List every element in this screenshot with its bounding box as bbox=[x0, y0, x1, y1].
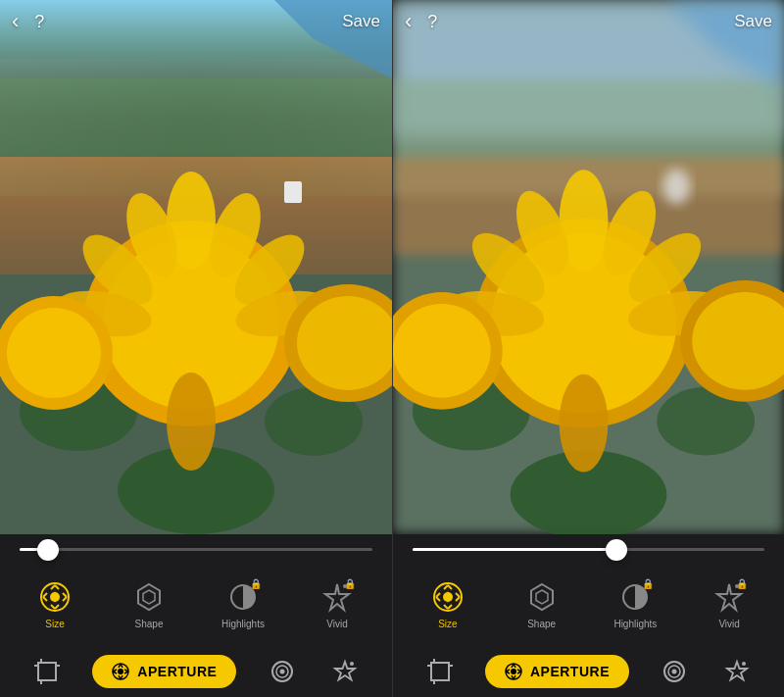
aperture-label-right: APERTURE bbox=[530, 664, 610, 679]
vivid-label-left: Vivid bbox=[326, 619, 348, 629]
back-button-left[interactable]: ‹ bbox=[12, 9, 19, 34]
help-button-left[interactable]: ? bbox=[34, 12, 44, 32]
slider-thumb-left[interactable] bbox=[37, 539, 59, 561]
highlights-lock-left: 🔒 bbox=[250, 578, 262, 590]
svg-line-84 bbox=[448, 585, 452, 589]
svg-rect-23 bbox=[284, 181, 302, 203]
size-icon-left bbox=[36, 578, 74, 616]
svg-marker-34 bbox=[138, 584, 160, 610]
tool-size-right[interactable]: Size bbox=[418, 578, 477, 629]
aperture-button-right[interactable]: APERTURE bbox=[485, 655, 629, 688]
lens-button-right[interactable] bbox=[657, 654, 692, 689]
svg-point-77 bbox=[560, 374, 609, 473]
nav-bar-left: ‹ ? Save bbox=[0, 0, 392, 43]
shape-label-right: Shape bbox=[527, 619, 556, 629]
controls-left: Size Shape 🔒 bbox=[0, 534, 392, 697]
svg-point-91 bbox=[443, 592, 453, 602]
svg-point-79 bbox=[393, 304, 491, 398]
svg-line-32 bbox=[63, 597, 67, 601]
size-label-right: Size bbox=[438, 619, 457, 629]
tool-shape-left[interactable]: Shape bbox=[120, 578, 178, 629]
svg-point-114 bbox=[671, 670, 676, 674]
help-button-right[interactable]: ? bbox=[427, 12, 437, 32]
svg-point-33 bbox=[50, 592, 60, 602]
highlights-label-left: Highlights bbox=[221, 619, 265, 629]
aperture-button-left[interactable]: APERTURE bbox=[92, 655, 236, 688]
vivid-icon-right: 🔒 bbox=[710, 578, 748, 616]
nav-bar-right: ‹ ? Save bbox=[393, 0, 784, 43]
svg-marker-92 bbox=[531, 584, 553, 610]
svg-line-26 bbox=[55, 585, 59, 589]
svg-point-58 bbox=[350, 662, 354, 666]
svg-line-28 bbox=[55, 605, 59, 609]
tool-shape-right[interactable]: Shape bbox=[513, 578, 571, 629]
shape-icon-left bbox=[130, 578, 168, 616]
tool-highlights-right[interactable]: 🔒 Highlights bbox=[606, 578, 664, 629]
svg-point-56 bbox=[279, 670, 284, 674]
svg-point-116 bbox=[742, 662, 746, 666]
highlights-icon-left: 🔒 bbox=[224, 578, 262, 616]
tool-highlights-left[interactable]: 🔒 Highlights bbox=[214, 578, 272, 629]
highlights-lock-right: 🔒 bbox=[642, 578, 654, 590]
size-icon-right bbox=[429, 578, 466, 616]
vivid-lock-left: 🔒 bbox=[344, 578, 356, 590]
svg-point-64 bbox=[662, 169, 690, 204]
tool-size-left[interactable]: Size bbox=[25, 578, 84, 629]
svg-point-111 bbox=[511, 669, 516, 674]
shape-icon-right bbox=[523, 578, 561, 616]
svg-line-83 bbox=[444, 585, 448, 589]
svg-line-85 bbox=[444, 605, 448, 609]
shape-label-left: Shape bbox=[135, 619, 164, 629]
save-button-left[interactable]: Save bbox=[342, 12, 380, 31]
slider-right[interactable] bbox=[393, 542, 784, 557]
crop-button-left[interactable] bbox=[29, 654, 65, 689]
star-button-right[interactable] bbox=[719, 654, 755, 689]
svg-rect-39 bbox=[38, 663, 56, 680]
svg-marker-35 bbox=[143, 590, 155, 604]
lens-button-left[interactable] bbox=[265, 654, 300, 689]
svg-point-19 bbox=[7, 308, 101, 398]
svg-point-17 bbox=[167, 373, 216, 471]
star-button-left[interactable] bbox=[327, 654, 363, 689]
slider-thumb-right[interactable] bbox=[606, 539, 627, 561]
crop-button-right[interactable] bbox=[422, 654, 458, 689]
tool-vivid-right[interactable]: 🔒 Vivid bbox=[700, 578, 759, 629]
tools-row-right: Size Shape 🔒 bbox=[393, 574, 784, 633]
left-panel: ‹ ? Save bbox=[0, 0, 392, 697]
action-bar-left: APERTURE bbox=[0, 650, 392, 691]
highlights-icon-right: 🔒 bbox=[616, 578, 654, 616]
aperture-label-left: APERTURE bbox=[137, 664, 217, 679]
svg-line-88 bbox=[436, 597, 440, 601]
size-label-left: Size bbox=[45, 619, 64, 629]
vivid-label-right: Vivid bbox=[718, 619, 740, 629]
vivid-lock-right: 🔒 bbox=[736, 578, 748, 590]
svg-line-30 bbox=[43, 597, 47, 601]
vivid-icon-left: 🔒 bbox=[318, 578, 356, 616]
svg-marker-93 bbox=[536, 590, 548, 604]
photo-area-right: ‹ ? Save bbox=[393, 0, 784, 534]
svg-line-86 bbox=[448, 605, 452, 609]
right-panel: ‹ ? Save bbox=[392, 0, 784, 697]
svg-line-25 bbox=[51, 585, 55, 589]
svg-point-53 bbox=[118, 669, 123, 674]
svg-line-90 bbox=[456, 597, 460, 601]
svg-line-27 bbox=[51, 605, 55, 609]
tools-row-left: Size Shape 🔒 bbox=[0, 574, 392, 633]
svg-rect-97 bbox=[431, 663, 449, 680]
back-button-right[interactable]: ‹ bbox=[405, 9, 412, 34]
highlights-label-right: Highlights bbox=[613, 619, 657, 629]
controls-right: Size Shape 🔒 bbox=[393, 534, 784, 697]
slider-left[interactable] bbox=[0, 542, 392, 557]
save-button-right[interactable]: Save bbox=[734, 12, 772, 31]
photo-area-left: ‹ ? Save bbox=[0, 0, 392, 534]
action-bar-right: APERTURE bbox=[393, 650, 784, 691]
tool-vivid-left[interactable]: 🔒 Vivid bbox=[308, 578, 367, 629]
